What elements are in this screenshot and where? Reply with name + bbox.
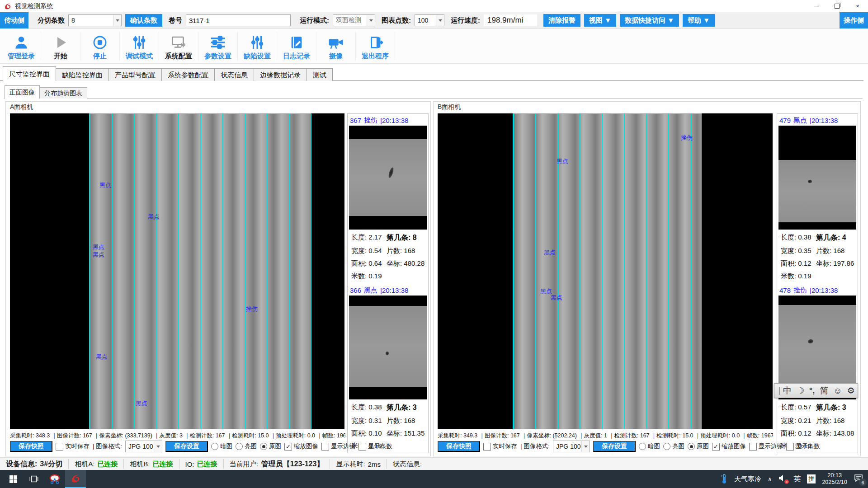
image-format-select[interactable]: JPG 100 (553, 441, 590, 452)
tab-defect-monitor[interactable]: 缺陷监控界面 (56, 68, 109, 81)
volume-muted-icon[interactable]: × (778, 474, 787, 484)
operate-side-button[interactable]: 操作侧 (840, 12, 868, 28)
user-icon (14, 34, 29, 51)
current-user-value: 管理员【123-123】 (261, 460, 324, 469)
slit-count-select[interactable]: 8 (68, 14, 122, 26)
ime-toolbar[interactable]: 中 ☽ °, 简 ☺ ⚙ (774, 383, 858, 398)
chart-points-select[interactable]: 100 (415, 14, 444, 26)
inspection-app-button[interactable] (65, 470, 86, 488)
zoom-image-checkbox[interactable]: ✓ (284, 443, 292, 450)
show-edge-checkbox[interactable] (321, 443, 329, 450)
smiley-icon[interactable]: ☺ (833, 386, 842, 396)
show-edge-checkbox[interactable] (749, 443, 757, 450)
start-button[interactable]: 开始 (41, 32, 80, 61)
chart-points-label: 图表点数: (382, 16, 411, 25)
drive-side-button[interactable]: 传动侧 (0, 12, 28, 28)
simplified-icon[interactable]: 简 (820, 385, 828, 397)
chevron-down-icon (154, 441, 162, 452)
save-snapshot-button[interactable]: 保存快照 (438, 441, 480, 452)
original-image-radio[interactable] (260, 443, 267, 450)
exit-program-button[interactable]: 退出程序 (356, 32, 395, 61)
zoom-image-checkbox[interactable]: ✓ (712, 443, 720, 450)
realtime-save-checkbox[interactable] (56, 443, 63, 450)
admin-login-button[interactable]: 管理登录 (2, 32, 41, 61)
original-image-radio[interactable] (688, 443, 695, 450)
start-button[interactable] (3, 470, 24, 488)
slit-count-label: 分切条数 (38, 16, 65, 25)
save-snapshot-button[interactable]: 保存快照 (10, 441, 52, 452)
language-indicator[interactable]: 英 (793, 474, 801, 484)
debug-mode-button[interactable]: 调试模式 (120, 32, 159, 61)
ime-cn-mode[interactable]: 中 (783, 385, 792, 397)
taskbar-clock[interactable]: 20:13 2025/2/10 (822, 472, 847, 486)
weather-text[interactable]: 天气寒冷 (734, 475, 761, 483)
defect-card[interactable]: 478 挫伤 |20:13:38 长度: 0.57 第几条: 3 宽度: 0.2… (777, 285, 858, 450)
param-settings-button[interactable]: 参数设置 (198, 32, 238, 61)
tab-status-info[interactable]: 状态信息 (214, 68, 254, 81)
minimize-button[interactable] (806, 0, 826, 12)
capture-button[interactable]: 摄像 (316, 32, 356, 61)
snipping-tool-button[interactable] (44, 470, 65, 488)
tab-size-monitor[interactable]: 尺寸监控界面 (3, 66, 56, 81)
log-book-icon (289, 34, 304, 51)
io-status: 已连接 (197, 460, 217, 469)
punctuation-icon[interactable]: °, (809, 386, 815, 395)
show-count-checkbox[interactable] (786, 443, 794, 450)
task-view-button[interactable] (24, 470, 44, 488)
roll-number-input[interactable] (186, 14, 291, 26)
defect-card[interactable]: 479 黑点 |20:13:38 长度: 0.38 第几条: 4 宽度: 0.3… (777, 115, 858, 281)
subtab-trend-chart[interactable]: 分布趋势图表 (39, 87, 87, 99)
gear-icon[interactable]: ⚙ (847, 385, 855, 396)
save-settings-button[interactable]: 保存设置 (593, 441, 636, 452)
hidden-icons-chevron[interactable]: ∧ (768, 476, 772, 483)
view-menu-button[interactable]: 视图 ▼ (584, 14, 616, 27)
speed-label: 运行速度: (451, 16, 480, 25)
defect-card[interactable]: 366 黑点 |20:13:38 长度: 0.38 第几条: 3 宽度: 0.3… (348, 285, 428, 450)
restore-button[interactable] (826, 0, 847, 12)
defect-settings-button[interactable]: 缺陷设置 (238, 32, 277, 61)
tab-edge-data-record[interactable]: 边缘数据记录 (254, 68, 307, 81)
quick-data-menu-button[interactable]: 数据快捷访问 ▼ (620, 14, 679, 27)
ime-pinyin-badge[interactable]: 拼 (807, 474, 816, 483)
log-record-button[interactable]: 日志记录 (277, 32, 316, 61)
thermometer-icon[interactable] (721, 474, 728, 484)
clear-alarm-button[interactable]: 清除报警 (543, 14, 580, 27)
system-config-button[interactable]: 系统配置 (159, 32, 198, 61)
bright-image-radio[interactable] (663, 443, 670, 450)
monitor-gear-icon (170, 34, 187, 51)
bright-image-radio[interactable] (236, 443, 243, 450)
camera-a-label: 相机A: (75, 460, 94, 469)
notification-center-button[interactable]: 6 (854, 474, 863, 484)
image-format-select[interactable]: JPG 100 (125, 441, 162, 452)
status-info-label: 状态信息: (393, 460, 422, 469)
defect-card[interactable]: 367 挫伤 |20:13:38 长度: 2.17 第几条: 8 宽度: 0.5… (348, 115, 428, 281)
close-button[interactable]: × (847, 0, 868, 12)
tab-product-model-config[interactable]: 产品型号配置 (108, 68, 162, 81)
dark-image-radio[interactable] (211, 443, 218, 450)
tab-system-param-config[interactable]: 系统参数配置 (161, 68, 215, 81)
taskbar-tray: 天气寒冷 ∧ × 英 拼 20:13 2025/2/10 6 (721, 472, 868, 486)
subtab-strip-line (4, 98, 863, 99)
dark-image-radio[interactable] (639, 443, 646, 450)
display-time-label: 显示耗时: (336, 460, 365, 469)
chevron-down-icon (113, 15, 121, 26)
show-count-checkbox[interactable] (359, 443, 366, 450)
save-settings-button[interactable]: 保存设置 (165, 441, 208, 452)
subtab-front-image[interactable]: 正面图像 (5, 85, 40, 99)
confirm-count-button[interactable]: 确认条数 (125, 14, 162, 27)
realtime-save-checkbox[interactable] (483, 443, 491, 450)
tab-test[interactable]: 测试 (307, 68, 333, 81)
run-mode-select[interactable]: 双面检测 (333, 14, 375, 26)
defect-type: 黑点 (364, 286, 377, 295)
moon-icon[interactable]: ☽ (797, 385, 804, 396)
defect-time: |20:13:38 (810, 117, 838, 124)
help-menu-button[interactable]: 帮助 ▼ (683, 14, 715, 27)
stop-button[interactable]: 停止 (80, 32, 120, 61)
camera-a-image[interactable]: 黑点 黑点 黑点 黑点 挫伤 黑点 黑点 (10, 113, 344, 429)
camera-b-image[interactable]: 挫伤 黑点 黑点 黑点 黑点 (438, 113, 773, 429)
defect-id: 479 (779, 117, 791, 124)
acquisition-status-line: 采集耗时: 349.3 ｜图像计数: 167 ｜像素坐标: (5202,24) … (438, 432, 773, 440)
defect-label: 挫伤 (246, 305, 258, 313)
windows-logo-icon (9, 475, 17, 483)
defect-card-list: 367 挫伤 |20:13:38 长度: 2.17 第几条: 8 宽度: 0.5… (347, 113, 429, 453)
